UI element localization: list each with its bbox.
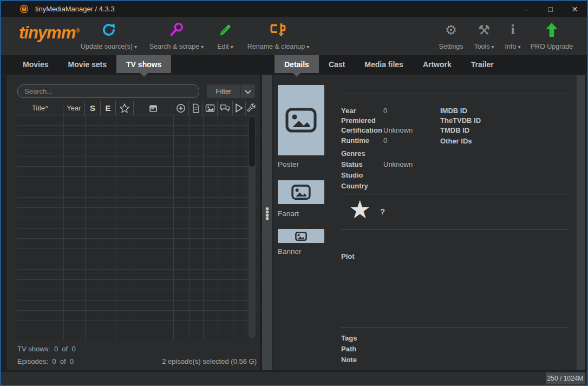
poster-label: Poster — [278, 160, 299, 168]
grid-line — [85, 115, 86, 339]
refresh-icon — [101, 20, 117, 40]
rating-value: ? — [380, 207, 385, 216]
rename-tv-icon — [269, 20, 288, 40]
note-label: Note — [341, 356, 357, 364]
banner-placeholder[interactable] — [278, 229, 324, 243]
edit-pencil-icon — [217, 20, 233, 40]
certification-value: Unknown — [383, 126, 413, 134]
pro-upgrade-label: PRO Upgrade — [531, 43, 573, 50]
column-new[interactable] — [173, 101, 189, 115]
splitter-bar[interactable] — [262, 75, 272, 370]
table-scrollbar[interactable] — [249, 116, 256, 338]
poster-placeholder[interactable] — [278, 85, 324, 155]
update-sources-button[interactable]: Update source(s)▾ — [71, 20, 146, 50]
app-logo: tinymm® — [19, 23, 79, 43]
rename-cleanup-button[interactable]: Rename & cleanup▾ — [244, 20, 313, 50]
edit-button[interactable]: Edit▾ — [211, 20, 239, 50]
tab-movie-sets[interactable]: Movie sets — [58, 55, 116, 73]
column-aired[interactable] — [134, 101, 173, 115]
settings-button[interactable]: ⚙ Settings — [434, 20, 468, 50]
search-icon — [168, 20, 185, 40]
tab-details[interactable]: Details — [275, 55, 319, 73]
details-scrollbar[interactable] — [577, 75, 585, 370]
gear-icon: ⚙ — [445, 23, 457, 37]
speech-bubbles-icon — [220, 103, 230, 113]
pro-upgrade-button[interactable]: PRO Upgrade — [526, 20, 577, 50]
column-episodes[interactable]: E — [101, 101, 116, 115]
premiered-label: Premiered — [341, 116, 376, 125]
year-label: Year — [341, 107, 356, 115]
chevron-down-icon: ▾ — [201, 44, 204, 50]
info-icon: i — [511, 23, 514, 37]
play-icon — [235, 103, 243, 113]
chevron-down-icon: ▾ — [306, 44, 309, 50]
fanart-label: Fanart — [278, 210, 299, 218]
toolbar: tinymm® Update source(s)▾ Search & scrap… — [1, 17, 587, 55]
column-nfo[interactable] — [189, 101, 203, 115]
other-ids-label: Other IDs — [440, 137, 472, 145]
country-label: Country — [341, 182, 368, 190]
column-seasons[interactable]: S — [85, 101, 101, 115]
search-input[interactable] — [17, 84, 199, 98]
status-bar: 250 / 1024M — [1, 372, 587, 385]
filter-chevron-button[interactable] — [241, 87, 255, 96]
panel-splitter[interactable]: ⦁ ⦁ ⦁ ⦁ — [261, 75, 273, 370]
tab-bar: Movies Movie sets TV shows Details Cast … — [1, 55, 587, 73]
column-images[interactable] — [203, 101, 218, 115]
selection-summary: 2 episode(s) selected (0.56 G) — [162, 357, 257, 365]
tvdb-id-label: TheTVDB ID — [440, 116, 481, 125]
grid-line — [218, 115, 218, 339]
column-rating[interactable] — [116, 101, 134, 115]
column-edited[interactable] — [246, 101, 257, 115]
tmdb-id-label: TMDB ID — [440, 126, 469, 134]
memory-indicator[interactable]: 250 / 1024M — [546, 372, 585, 384]
close-button[interactable]: ✕ — [563, 1, 587, 17]
app-window: tinyMediaManager / 4.3.3 – □ ✕ tinymm® U… — [0, 0, 588, 386]
star-icon — [120, 103, 129, 113]
search-scrape-button[interactable]: Search & scrape▾ — [146, 20, 207, 50]
info-button[interactable]: i Info▾ — [500, 20, 525, 50]
grid-line — [63, 115, 64, 339]
search-scrape-label: Search & scrape — [149, 43, 199, 50]
minimize-button[interactable]: – — [514, 1, 538, 17]
maximize-button[interactable]: □ — [538, 1, 563, 17]
document-icon — [192, 103, 200, 113]
column-watched[interactable] — [233, 101, 246, 115]
filter-button[interactable]: Filter — [207, 84, 255, 98]
chevron-down-icon: ▾ — [231, 44, 233, 50]
show-table-body[interactable] — [17, 115, 257, 339]
certification-label: Certification — [341, 126, 382, 134]
tv-shows-count: TV shows: 0 of 0 — [17, 345, 76, 353]
tools-label: Tools — [474, 43, 489, 50]
detail-tabs: Details Cast Media files Artwork Trailer — [275, 55, 504, 73]
studio-label: Studio — [341, 171, 363, 179]
tools-button[interactable]: ⚒ Tools▾ — [469, 20, 499, 50]
wrench-icon — [247, 103, 256, 113]
grid-line — [233, 115, 233, 339]
plot-label: Plot — [341, 252, 355, 260]
column-year[interactable]: Year — [63, 101, 85, 115]
table-scrollbar-thumb[interactable] — [249, 117, 255, 167]
grid-line — [246, 115, 246, 339]
tab-media-files[interactable]: Media files — [355, 55, 413, 73]
tab-tv-shows[interactable]: TV shows — [116, 55, 171, 73]
image-placeholder-icon — [295, 232, 307, 241]
status-value: Unknown — [383, 160, 413, 168]
column-title[interactable]: Title^ — [17, 101, 63, 115]
tab-cast[interactable]: Cast — [319, 55, 355, 73]
divider — [341, 94, 569, 94]
show-table-header: Title^ Year S E — [17, 101, 257, 115]
tab-artwork[interactable]: Artwork — [413, 55, 461, 73]
divider — [341, 229, 569, 230]
column-subtitles[interactable] — [218, 101, 233, 115]
plus-circle-icon — [176, 103, 186, 113]
fanart-placeholder[interactable] — [278, 180, 324, 204]
update-sources-label: Update source(s) — [81, 43, 133, 50]
tab-trailer[interactable]: Trailer — [461, 55, 504, 73]
upgrade-arrow-icon — [545, 20, 559, 40]
grid-line — [203, 115, 204, 339]
edit-label: Edit — [217, 43, 229, 50]
info-label: Info — [505, 43, 517, 50]
image-icon — [205, 104, 215, 113]
tab-movies[interactable]: Movies — [13, 55, 58, 73]
